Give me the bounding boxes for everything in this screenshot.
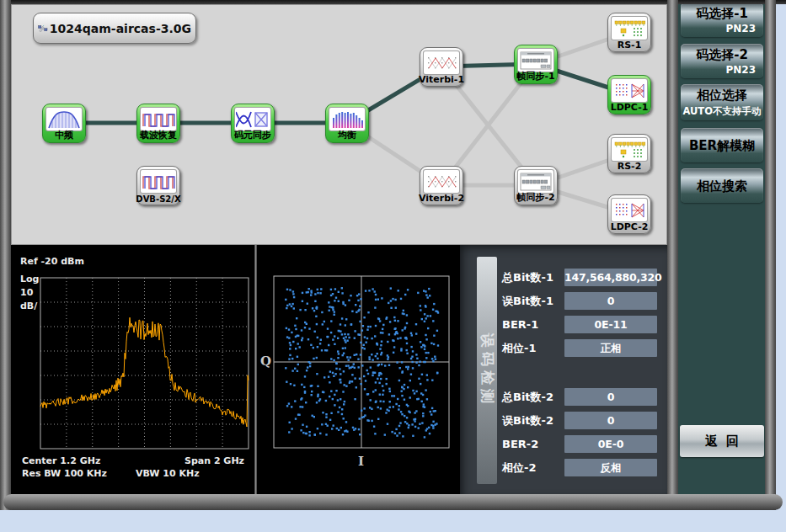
flow-node-label: DVB-S2/X (131, 194, 186, 204)
sidebar-button-phase-search[interactable]: 相位搜索 (681, 168, 763, 203)
flow-node-label: LDPC-2 (602, 221, 657, 232)
rs-coder-icon (611, 16, 648, 40)
button-label: 码选择-1 (681, 6, 763, 22)
ber-side-bar: 误码检测 (477, 257, 497, 484)
spectrum-center-label: Center 1.2 GHz (22, 455, 100, 466)
spectrum-rbw-label: Res BW 100 KHz (22, 468, 107, 479)
rs-coder-icon (611, 137, 648, 162)
ber-side-label: 误码检测 (478, 333, 497, 407)
window-bottom-edge (3, 494, 783, 510)
flow-node-dvb-s2x[interactable]: DVB-S2/X (136, 166, 180, 205)
flow-node-viterbi-2[interactable]: Viterbi-2 (420, 166, 463, 205)
sidebar-button-phase-select[interactable]: 相位选择 AUTO不支持手动 (681, 84, 763, 120)
window-left-edge (0, 0, 11, 510)
stat-label: 总Bit数-2 (502, 388, 564, 406)
ldpc-graph-icon (611, 198, 648, 222)
sidebar-button-ber-deambiguity[interactable]: BER解模糊 (681, 128, 763, 162)
flow-node-label: 均衡 (319, 129, 375, 141)
stat-value-phase-2: 反相 (564, 459, 657, 476)
sidebar-button-code-select-2[interactable]: 码选择-2 PN23 (681, 44, 763, 78)
stat-label: 误Bit数-2 (502, 412, 564, 429)
signal-title-button[interactable]: 1024qam-aircas-3.0G (33, 13, 196, 44)
spectrum-scale-10: 10 (20, 287, 33, 298)
flow-node-label: 帧同步-1 (508, 70, 564, 82)
frame-window-icon (517, 48, 554, 72)
flow-node-label: Viterbi-1 (414, 74, 469, 85)
stat-label: BER-2 (502, 435, 564, 453)
i-axis-label: I (358, 454, 364, 469)
q-axis-label: Q (260, 354, 271, 369)
equalizer-bars-icon (329, 107, 366, 131)
button-label: 码选择-2 (681, 47, 763, 63)
trellis-icon (423, 51, 460, 75)
flow-node-equalizer[interactable]: 均衡 (325, 104, 369, 143)
flow-node-label: 中频 (36, 129, 92, 141)
spectrum-span-label: Span 2 GHz (184, 455, 244, 466)
button-sublabel: AUTO不支持手动 (681, 105, 763, 118)
spectrum-vbw-label: VBW 10 KHz (136, 468, 200, 479)
flow-node-ldpc-1[interactable]: LDPC-1 (607, 75, 651, 114)
flow-node-ldpc-2[interactable]: LDPC-2 (607, 194, 651, 234)
button-sublabel: PN23 (725, 64, 756, 76)
flow-node-symbol-sync[interactable]: 码元同步 (231, 104, 275, 143)
button-label: BER解模糊 (681, 138, 763, 154)
stat-value-ber-1: 0E-11 (564, 316, 657, 333)
app-window: 1024qam-aircas-3.0G 中频 载波恢复 码元同步 (0, 0, 786, 532)
sidebar-button-code-select-1[interactable]: 码选择-1 PN23 (681, 3, 763, 37)
trellis-icon (423, 169, 460, 194)
flow-node-label: 码元同步 (225, 129, 281, 141)
button-sublabel: PN23 (725, 23, 756, 35)
sidebar: 码选择-1 PN23 码选择-2 PN23 相位选择 AUTO不支持手动 BER… (678, 0, 766, 494)
satellite-icon (38, 17, 48, 40)
flow-node-rs-2[interactable]: RS-2 (607, 134, 651, 173)
window-right-edge (765, 0, 776, 510)
stat-label: BER-1 (502, 316, 564, 333)
back-button[interactable]: 返回 (680, 425, 764, 457)
stat-label: 相位-2 (502, 459, 564, 476)
spectrum-scale-db: dB/ (20, 301, 37, 311)
signal-title: 1024qam-aircas-3.0G (50, 22, 191, 35)
eye-diagram-icon (234, 107, 271, 131)
flow-node-framesync-1[interactable]: 帧同步-1 (514, 45, 558, 84)
flow-node-viterbi-1[interactable]: Viterbi-1 (420, 47, 463, 87)
square-wave-icon (140, 169, 177, 194)
spectrum-scale-log: Log (20, 274, 39, 285)
flow-diagram-panel: 1024qam-aircas-3.0G 中频 载波恢复 码元同步 (11, 4, 667, 245)
bandpass-spectrum-icon (45, 107, 83, 131)
square-wave-icon (140, 107, 177, 131)
stat-label: 相位-1 (502, 339, 564, 357)
button-label: 相位选择 (681, 88, 763, 104)
flow-node-label: RS-2 (602, 161, 657, 172)
flow-node-label: Viterbi-2 (414, 193, 469, 204)
constellation-display: Q I (257, 245, 460, 494)
stat-value-phase-1: 正相 (564, 339, 657, 357)
flow-node-carrier-recovery[interactable]: 载波恢复 (136, 104, 180, 143)
flow-node-framesync-2[interactable]: 帧同步-2 (514, 166, 558, 205)
flow-node-label: 载波恢复 (131, 129, 186, 141)
ber-status-panel: 误码检测 总Bit数-1 147,564,880,320 误Bit数-1 0 B… (460, 245, 667, 494)
stat-label: 误Bit数-1 (502, 292, 564, 310)
stat-value-total-bits-2: 0 (564, 388, 657, 406)
ldpc-graph-icon (611, 78, 648, 103)
frame-window-icon (517, 169, 554, 194)
spectrum-display: Ref -20 dBm Log 10 dB/ Center 1.2 GHz Sp… (11, 245, 254, 494)
flow-node-label: 帧同步-2 (508, 191, 564, 204)
button-label: 相位搜索 (681, 178, 763, 194)
spectrum-ref-label: Ref -20 dBm (20, 256, 84, 267)
stat-label: 总Bit数-1 (502, 269, 564, 286)
flow-node-label: RS-1 (602, 40, 657, 51)
stat-value-error-bits-1: 0 (564, 292, 657, 310)
flow-node-rs-1[interactable]: RS-1 (607, 13, 651, 52)
flow-node-if[interactable]: 中频 (42, 104, 86, 143)
stat-value-error-bits-2: 0 (564, 412, 657, 429)
stat-value-total-bits-1: 147,564,880,320 (564, 269, 657, 286)
stat-value-ber-2: 0E-0 (564, 435, 657, 453)
flow-node-label: LDPC-1 (602, 102, 657, 113)
window-middle-edge (667, 0, 678, 510)
